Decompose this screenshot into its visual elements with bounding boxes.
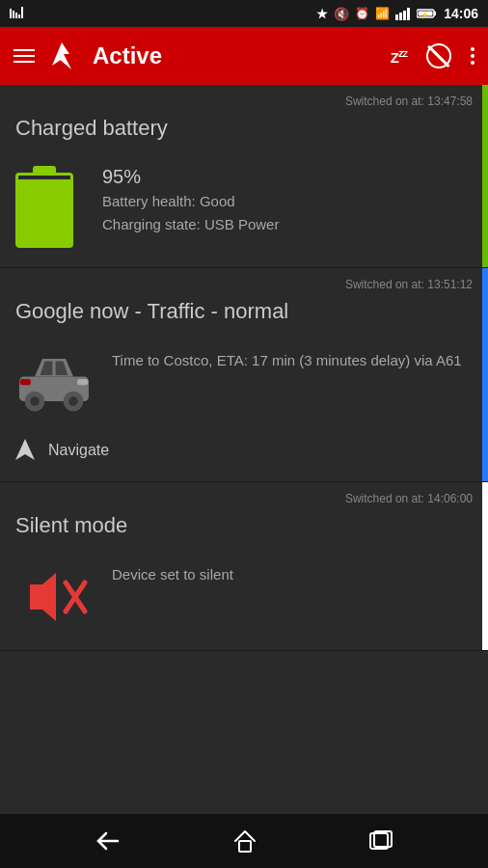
battery-card-body: 95% Battery health: Good Charging state:… — [0, 156, 488, 267]
svg-rect-6 — [399, 13, 402, 20]
more-options-icon[interactable] — [471, 47, 474, 65]
nav-bar — [0, 814, 488, 868]
volume-icon-container — [15, 563, 93, 631]
main-content: Switched on at: 13:47:58 Charged battery… — [0, 85, 488, 814]
silent-card-title: Silent mode — [0, 511, 488, 554]
traffic-card-indicator — [482, 268, 488, 481]
silent-card-header: Switched on at: 14:06:00 — [0, 482, 488, 511]
svg-rect-3 — [18, 14, 20, 18]
app-bar-left: Active — [14, 39, 391, 73]
traffic-card: Switched on at: 13:51:12 Google now - Tr… — [0, 268, 488, 482]
status-time: 14:06 — [444, 6, 478, 21]
svg-rect-25 — [239, 841, 251, 852]
silent-detail: Device set to silent — [112, 563, 233, 586]
app-logo-icon — [44, 39, 79, 73]
status-bar-left — [10, 7, 23, 20]
battery-card-header: Switched on at: 13:47:58 — [0, 85, 488, 114]
svg-rect-10 — [434, 12, 436, 15]
svg-rect-19 — [77, 379, 88, 385]
car-icon — [15, 349, 93, 412]
charging-state: Charging state: USB Power — [102, 213, 279, 236]
mute-icon: 🔇 — [334, 7, 349, 21]
battery-percent: 95% — [102, 166, 279, 188]
svg-rect-5 — [395, 14, 398, 20]
svg-point-18 — [68, 396, 78, 406]
svg-text:⚡: ⚡ — [420, 11, 429, 19]
mute-volume-icon — [15, 563, 93, 631]
battery-fill — [18, 179, 70, 245]
navigate-row[interactable]: Navigate — [0, 431, 488, 481]
sleep-icon[interactable]: ZzZ — [391, 47, 407, 66]
svg-rect-4 — [21, 7, 23, 18]
navigate-label: Navigate — [48, 442, 109, 459]
hamburger-menu-icon[interactable] — [14, 49, 35, 63]
traffic-card-header: Switched on at: 13:51:12 — [0, 268, 488, 297]
app-bar-right: ZzZ — [391, 43, 474, 68]
silent-card: Switched on at: 14:06:00 Silent mode Dev… — [0, 482, 488, 651]
battery-switched-time: Switched on at: 13:47:58 — [345, 95, 473, 108]
svg-rect-7 — [403, 11, 406, 20]
status-bar: ★ 🔇 ⏰ 📶 ⚡ 14:06 — [0, 0, 488, 27]
battery-charging-icon: ⚡ — [417, 8, 438, 19]
svg-marker-21 — [15, 439, 35, 460]
app-bar: Active ZzZ — [0, 27, 488, 85]
svg-rect-20 — [20, 379, 31, 385]
traffic-info: Time to Costco, ETA: 17 min (3 minutes d… — [112, 349, 462, 372]
silent-info: Device set to silent — [112, 563, 233, 586]
svg-point-16 — [30, 396, 40, 406]
signal-icon — [395, 7, 411, 20]
bluetooth-icon: ★ — [316, 7, 328, 21]
block-icon[interactable] — [426, 43, 451, 68]
battery-info: 95% Battery health: Good Charging state:… — [102, 166, 279, 236]
alarm-icon: ⏰ — [355, 7, 369, 20]
traffic-card-title: Google now - Traffic - normal — [0, 297, 488, 339]
back-button[interactable] — [95, 829, 122, 853]
app-title: Active — [93, 42, 162, 69]
traffic-detail: Time to Costco, ETA: 17 min (3 minutes d… — [112, 349, 462, 372]
recents-button[interactable] — [368, 829, 393, 853]
battery-icon-container — [15, 166, 83, 248]
battery-card-indicator — [482, 85, 488, 267]
svg-rect-0 — [10, 9, 12, 18]
car-icon-container — [15, 349, 93, 412]
navigate-arrow-icon — [15, 439, 35, 462]
svg-rect-2 — [15, 13, 17, 18]
battery-card-title: Charged battery — [0, 114, 488, 156]
bars-icon — [10, 7, 23, 20]
battery-card: Switched on at: 13:47:58 Charged battery… — [0, 85, 488, 268]
wifi-icon: 📶 — [375, 7, 390, 20]
status-bar-right: ★ 🔇 ⏰ 📶 ⚡ 14:06 — [316, 6, 478, 21]
silent-switched-time: Switched on at: 14:06:00 — [345, 492, 473, 505]
traffic-switched-time: Switched on at: 13:51:12 — [345, 278, 473, 291]
svg-rect-1 — [13, 11, 14, 18]
traffic-card-body: Time to Costco, ETA: 17 min (3 minutes d… — [0, 339, 488, 431]
battery-health: Battery health: Good — [102, 190, 279, 213]
silent-card-indicator — [482, 482, 488, 650]
svg-marker-13 — [52, 42, 71, 69]
svg-rect-8 — [407, 8, 410, 20]
silent-card-body: Device set to silent — [0, 554, 488, 650]
home-button[interactable] — [232, 828, 258, 854]
